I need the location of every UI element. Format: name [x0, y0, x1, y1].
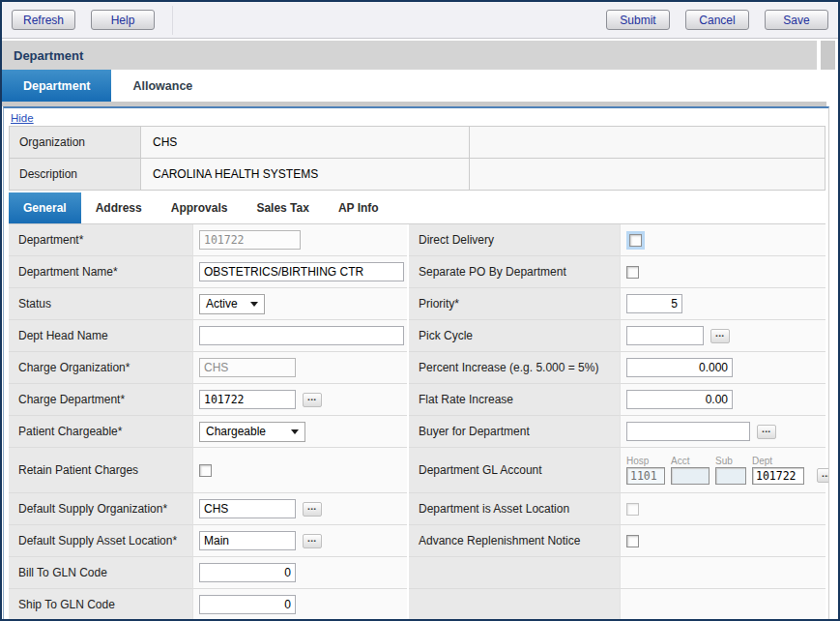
description-value: CAROLINA HEALTH SYSTEMS: [141, 159, 470, 191]
default_supply_asset_location-lookup-button[interactable]: ▪▪▪: [303, 534, 322, 548]
save-button[interactable]: Save: [765, 10, 828, 30]
gl-segment-label: Acct: [671, 456, 710, 466]
default_supply_organization-label: Default Supply Organization*: [9, 493, 192, 525]
default_supply_asset_location-cell: ▪▪▪: [192, 525, 407, 557]
help-button[interactable]: Help: [91, 10, 155, 30]
status-cell: Active: [192, 288, 407, 320]
department-input: [199, 230, 301, 250]
department_gl_account-label: Department GL Account: [409, 448, 620, 493]
charge_department-field: ▪▪▪: [199, 390, 322, 409]
department_is_asset_location-field: [626, 503, 639, 516]
bill_to_gln_code-field: [199, 563, 296, 582]
department_is_asset_location-cell: [620, 493, 826, 525]
subtab-ap-info[interactable]: AP Info: [324, 192, 393, 223]
retain_patient_charges-field: [199, 464, 212, 477]
direct_delivery-cell: [620, 224, 826, 256]
charge_department-label: Charge Department*: [9, 384, 192, 416]
cancel-button[interactable]: Cancel: [685, 10, 749, 30]
priority-input[interactable]: [626, 294, 682, 313]
gl-dept-input[interactable]: [752, 467, 804, 485]
priority-label: Priority*: [409, 288, 620, 320]
charge_organization-field: [199, 358, 296, 377]
gl-segment-label: Sub: [715, 456, 746, 466]
default_supply_organization-input[interactable]: [199, 499, 296, 518]
buyer_for_department-field: ▪▪▪: [626, 422, 776, 441]
bill_to_gln_code-cell: [192, 557, 407, 589]
flat_rate_increase-label: Flat Rate Increase: [409, 384, 620, 416]
percent_increase-field: [626, 358, 733, 377]
charge_department-cell: ▪▪▪: [192, 384, 407, 416]
retain_patient_charges-label: Retain Patient Charges: [9, 448, 192, 493]
tab-allowance[interactable]: Allowance: [111, 70, 214, 102]
hide-link[interactable]: Hide: [11, 112, 34, 124]
advance_replenishment_notice-cell: [620, 525, 826, 557]
description-label: Description: [9, 159, 141, 191]
gl-segment-hosp: Hosp: [626, 456, 665, 485]
subtab-general[interactable]: General: [9, 192, 81, 223]
dept_head_name-label: Dept Head Name: [9, 320, 192, 352]
flat_rate_increase-input[interactable]: [626, 390, 733, 409]
buyer_for_department-lookup-button[interactable]: ▪▪▪: [757, 425, 776, 439]
department_gl_account-lookup-button[interactable]: ▪▪▪: [817, 468, 829, 483]
patient_chargeable-label: Patient Chargeable*: [9, 416, 192, 448]
pick_cycle-cell: ▪▪▪: [620, 320, 826, 352]
percent_increase-input[interactable]: [626, 358, 733, 377]
status-field: Active: [199, 294, 265, 314]
description-row: Description CAROLINA HEALTH SYSTEMS: [9, 159, 826, 191]
department_gl_account-field: HospAcctSubDept▪▪▪: [626, 456, 829, 485]
gl-segment-label: Hosp: [626, 456, 665, 466]
default_supply_organization-field: ▪▪▪: [199, 499, 322, 518]
direct_delivery-field: [626, 231, 645, 250]
default_supply_asset_location-input[interactable]: [199, 531, 296, 550]
separate_po_by_department-checkbox[interactable]: [626, 266, 639, 279]
ship_to_gln_code-field: [199, 595, 296, 614]
buyer_for_department-input[interactable]: [626, 422, 750, 441]
patient_chargeable-select[interactable]: Chargeable: [199, 422, 305, 442]
patient_chargeable-cell: Chargeable: [192, 416, 407, 448]
ship_to_gln_code-input[interactable]: [199, 595, 296, 614]
dept_head_name-input[interactable]: [199, 326, 404, 345]
charge_organization-label: Charge Organization*: [9, 352, 192, 384]
gl-segment-sub: Sub: [715, 456, 746, 485]
organization-label: Organization: [9, 127, 141, 159]
department-label: Department*: [9, 224, 192, 256]
dept_head_name-field: [199, 326, 404, 345]
department_name-input[interactable]: [199, 262, 404, 281]
advance_replenishment_notice-checkbox[interactable]: [626, 535, 639, 547]
default_supply_asset_location-field: ▪▪▪: [199, 531, 322, 550]
subtab-address[interactable]: Address: [81, 192, 157, 223]
default_supply_organization-lookup-button[interactable]: ▪▪▪: [303, 502, 322, 517]
default_supply_organization-cell: ▪▪▪: [192, 493, 407, 525]
priority-field: [626, 294, 682, 313]
pick_cycle-field: ▪▪▪: [626, 326, 730, 345]
main-panel: Hide Organization CHS Description CAROLI…: [3, 106, 829, 619]
buyer_for_department-label: Buyer for Department: [409, 416, 620, 448]
form-grid: Department*Direct DeliveryDepartment Nam…: [9, 223, 826, 619]
bill_to_gln_code-input[interactable]: [199, 563, 296, 582]
pick_cycle-lookup-button[interactable]: ▪▪▪: [710, 329, 730, 343]
refresh-button[interactable]: Refresh: [12, 10, 75, 30]
subtab-approvals[interactable]: Approvals: [157, 192, 243, 223]
priority-cell: [620, 288, 826, 320]
description-extra-cell: [470, 159, 826, 191]
tab-department[interactable]: Department: [2, 70, 111, 102]
charge_department-lookup-button[interactable]: ▪▪▪: [303, 393, 322, 407]
subtab-sales-tax[interactable]: Sales Tax: [242, 192, 323, 223]
pick_cycle-input[interactable]: [626, 326, 704, 345]
flat_rate_increase-field: [626, 390, 733, 409]
gl-acct-input: [671, 467, 710, 485]
direct_delivery-focus-highlight: [626, 231, 645, 250]
direct_delivery-checkbox[interactable]: [629, 234, 642, 247]
charge_organization-input: [199, 358, 296, 377]
ship_to_gln_code-label: Ship To GLN Code: [9, 589, 192, 619]
status-select[interactable]: Active: [199, 294, 265, 314]
separate_po_by_department-field: [626, 266, 639, 279]
submit-button[interactable]: Submit: [606, 10, 670, 30]
department-cell: [192, 224, 407, 256]
retain_patient_charges-checkbox[interactable]: [199, 464, 212, 477]
gl-sub-input: [715, 467, 746, 485]
charge_department-input[interactable]: [199, 390, 296, 409]
separate_po_by_department-label: Separate PO By Department: [409, 256, 620, 288]
gl-segment-acct: Acct: [671, 456, 710, 485]
separate_po_by_department-cell: [620, 256, 826, 288]
